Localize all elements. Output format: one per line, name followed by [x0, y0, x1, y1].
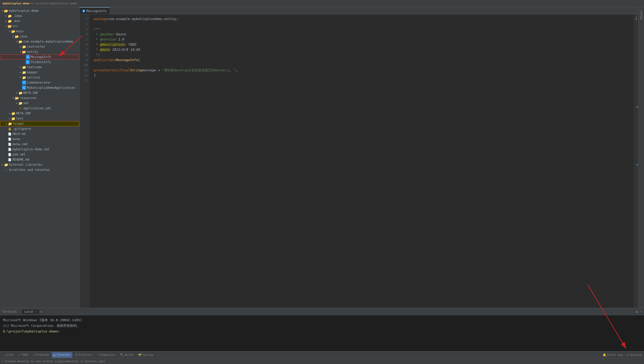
- tree-item-mapper[interactable]: ▶📁mapper: [0, 70, 79, 75]
- line-num-12: 12: [82, 73, 88, 78]
- tree-arrow-resources[interactable]: ▼: [12, 97, 15, 99]
- terminal-settings-button[interactable]: ⚙: [636, 310, 638, 314]
- tree-item-helpmd[interactable]: 📄HELP.md: [0, 131, 79, 136]
- tree-item-src[interactable]: ▼📂src: [0, 24, 79, 29]
- tree-icon-studentinfo: C: [26, 60, 30, 64]
- code-line-1: package com.example.mybatisplusdemo.enti…: [94, 16, 630, 22]
- gutter-warning[interactable]: ⚠: [635, 15, 637, 18]
- tree-item-scratches[interactable]: ✏Scratches and Consoles: [0, 167, 79, 172]
- maven-tab[interactable]: Maven: [639, 9, 643, 21]
- status-tab-icon-endpoints: ⚡: [97, 353, 99, 357]
- tree-item-controller[interactable]: ▶📁controller: [0, 44, 79, 49]
- tree-label-controller: controller: [27, 45, 45, 48]
- tree-item-messageinfo[interactable]: CMessageInfo: [0, 54, 79, 60]
- status-tab-build[interactable]: 🔨Build: [118, 352, 135, 358]
- tree-item-extlibs[interactable]: ▶📁External Libraries: [0, 162, 79, 167]
- tree-label-com: com.example.mybatisplusdemo: [23, 40, 73, 43]
- tree-arrow-extlibs[interactable]: ▶: [1, 163, 4, 166]
- tree-arrow-src[interactable]: ▼: [5, 25, 8, 27]
- tree-arrow-main[interactable]: ▼: [8, 30, 11, 33]
- tree-item-mvnw[interactable]: 📄mvnw: [0, 136, 79, 142]
- tree-arrow-root[interactable]: ▼: [1, 9, 4, 12]
- tree-item-com[interactable]: ▼📂com.example.mybatisplusdemo: [0, 39, 79, 44]
- tree-item-gitignore[interactable]: 🔒.gitignore: [0, 126, 79, 131]
- tree-label-mvn: .mvn: [13, 19, 20, 23]
- tree-icon-src: 📂: [8, 24, 12, 28]
- tree-arrow-metainf[interactable]: ▶: [15, 92, 18, 94]
- tree-item-mvn[interactable]: ▶📁.mvn: [0, 18, 79, 24]
- status-tab-icon-terminal: ▶: [54, 353, 56, 357]
- tree-item-appyaml[interactable]: ⚙application.yml: [0, 106, 79, 111]
- tree-item-root[interactable]: ▼📂mybatisplus-demo: [0, 8, 79, 13]
- event-log-button[interactable]: 🔔 Event Log: [603, 353, 623, 357]
- tree-icon-xml: 📁: [18, 101, 23, 105]
- terminal-close-button[interactable]: ✕: [35, 310, 37, 313]
- tree-item-readmemd[interactable]: 📄README.md: [0, 157, 79, 162]
- tree-label-root: mybatisplus-demo: [9, 9, 39, 13]
- status-tab-todo[interactable]: ✓TODO: [16, 352, 30, 358]
- tree-arrow-controller[interactable]: ▶: [19, 45, 22, 48]
- terminal-path-span: E:\project\mybatisplus-demo: [3, 329, 57, 333]
- line-num-5: 5: [82, 37, 88, 42]
- editor-tab-messageinfo[interactable]: C MessageInfo: [79, 7, 110, 14]
- tree-arrow-java[interactable]: ▼: [12, 35, 15, 38]
- status-tab-git[interactable]: ⎇Git: [2, 352, 16, 358]
- project-sidebar: ▼📂mybatisplus-demo▶📁.idea▶📁.mvn▼📂src▼📂ma…: [0, 7, 79, 308]
- tree-item-main[interactable]: ▼📂main: [0, 29, 79, 34]
- notification-git-icon: ↑: [2, 360, 4, 363]
- tree-arrow-idea[interactable]: ▶: [5, 15, 8, 17]
- tree-item-pomxml[interactable]: 📄pom.xml: [0, 152, 79, 157]
- tree-item-idea[interactable]: ▶📁.idea: [0, 13, 79, 18]
- tree-icon-mvnwcmd: 📄: [8, 142, 12, 146]
- terminal-content[interactable]: Microsoft Windows [版本 10.0.19042.1165](c…: [0, 315, 644, 351]
- tree-label-src: src: [13, 24, 18, 28]
- editor-tabs: C MessageInfo: [79, 7, 638, 14]
- tree-icon-appyaml: ⚙: [18, 106, 23, 110]
- project-path: E:\project\mybatisplus-demo: [31, 2, 77, 5]
- code-editor[interactable]: 12345678910111213 package com.example.my…: [79, 14, 638, 308]
- right-gutter: ⚠ 4: [634, 14, 638, 308]
- tree-arrow-com[interactable]: ▼: [15, 40, 18, 43]
- line-num-9: 9: [82, 57, 88, 63]
- tree-item-java[interactable]: ▼📂java: [0, 34, 79, 39]
- tree-item-resources[interactable]: ▼📂resources: [0, 95, 79, 101]
- tree-arrow-xml[interactable]: ▶: [15, 102, 18, 104]
- tree-arrow-service[interactable]: ▶: [19, 76, 22, 79]
- branch-indicator[interactable]: ⎇ develop: [626, 353, 642, 357]
- status-tab-label-profiler: Profiler: [79, 353, 93, 357]
- status-tab-terminal[interactable]: ▶Terminal: [52, 352, 72, 358]
- tree-item-target[interactable]: ▶📁target: [0, 121, 79, 126]
- tree-item-mybatisplusapp[interactable]: CMybatisplusDemoApplication: [0, 85, 79, 90]
- terminal-tab-local[interactable]: Local ✕: [22, 309, 39, 314]
- tree-item-service[interactable]: ▶📁service: [0, 75, 79, 80]
- tree-item-entity[interactable]: ▼📂entity: [0, 49, 79, 54]
- tree-item-metainf2[interactable]: ▶📁META-INF: [0, 111, 79, 116]
- terminal-add-button[interactable]: +: [40, 310, 42, 314]
- editor-area: C MessageInfo 12345678910111213 package …: [79, 7, 638, 308]
- tree-arrow-mapper[interactable]: ▶: [19, 71, 22, 74]
- tree-item-xml[interactable]: ▶📁xml: [0, 101, 79, 106]
- terminal-minimize-button[interactable]: −: [640, 310, 642, 314]
- tree-arrow-test[interactable]: ▶: [8, 117, 11, 120]
- status-tab-spring[interactable]: 🌱Spring: [136, 352, 155, 358]
- status-tab-label-terminal: Terminal: [57, 353, 70, 357]
- status-tab-profiler[interactable]: ⏱Profiler: [73, 352, 95, 358]
- tree-icon-target: 📁: [8, 122, 12, 126]
- tree-arrow-mvn[interactable]: ▶: [5, 20, 8, 22]
- status-tab-label-spring: Spring: [143, 353, 153, 357]
- status-tab-label-todo: TODO: [21, 353, 28, 357]
- tree-item-iml[interactable]: 📄mybatisplus-demo.iml: [0, 147, 79, 152]
- tree-item-metainf[interactable]: ▶📁META-INF: [0, 90, 79, 95]
- tree-arrow-target[interactable]: ▶: [5, 122, 8, 125]
- terminal-line: Microsoft Windows [版本 10.0.19042.1165]: [3, 317, 641, 323]
- tree-item-test[interactable]: ▶📁test: [0, 116, 79, 121]
- tree-item-mvnwcmd[interactable]: 📄mvnw.cmd: [0, 142, 79, 147]
- status-tab-problems[interactable]: ⚠Problems: [31, 352, 51, 358]
- tree-arrow-entity[interactable]: ▼: [19, 51, 22, 53]
- tree-item-leetcode[interactable]: ▶📁leetcode: [0, 65, 79, 70]
- tree-item-studentinfo[interactable]: CStudentInfo: [0, 60, 79, 65]
- tree-arrow-metainf2[interactable]: ▶: [8, 112, 11, 115]
- status-tab-endpoints[interactable]: ⚡Endpoints: [95, 352, 117, 358]
- tree-arrow-leetcode[interactable]: ▶: [19, 66, 22, 68]
- tree-item-codegenerator[interactable]: CCodeGenerator: [0, 80, 79, 85]
